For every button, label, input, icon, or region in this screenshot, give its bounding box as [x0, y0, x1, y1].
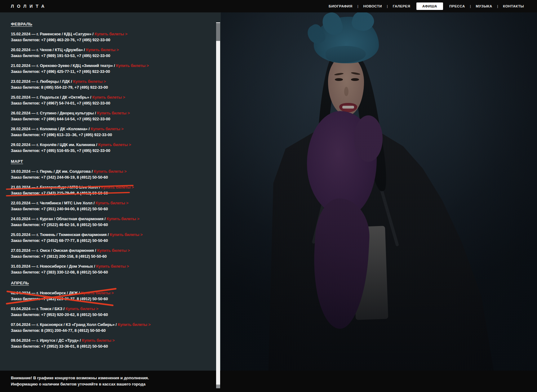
- nav-separator: |: [386, 4, 388, 8]
- concert-entry: 25.02.2024 — г. Подольск / ДК «Октябрь» …: [11, 95, 199, 106]
- notice-line-1: Внимание! В графике концертов возможны и…: [11, 375, 537, 381]
- nav-item-music[interactable]: МУЗЫКА: [472, 3, 497, 10]
- concert-title: 03.04.2024 — г. Томск / БКЗ /: [11, 306, 65, 311]
- scrollbar-thumb[interactable]: [216, 23, 220, 41]
- buy-tickets-link[interactable]: Купить билеты >: [94, 169, 126, 174]
- concert-title: 25.03.2024 — г. Тюмень / Тюменская филар…: [11, 232, 110, 237]
- order-phones: Заказ билетов: +7 (3812) 200-158, 8 (491…: [11, 254, 199, 260]
- nav-item-afisha[interactable]: АФИША: [416, 2, 443, 10]
- buy-tickets-link[interactable]: Купить билеты >: [92, 95, 125, 100]
- buy-tickets-link[interactable]: Купить билеты >: [91, 127, 124, 131]
- buy-tickets-link[interactable]: Купить билеты >: [95, 201, 128, 205]
- concert-entry: 03.04.2024 — г. Томск / БКЗ / Купить бил…: [11, 306, 199, 318]
- scrollbar-bottom-cap[interactable]: [216, 385, 220, 388]
- order-phones: Заказ билетов: +7 (495) 516-65-35, +7 (4…: [11, 148, 199, 154]
- order-phones: Заказ билетов: +7 (3522) 46-62-16, 8 (49…: [11, 222, 199, 228]
- concert-title: 20.02.2024 — г. Чехов / КТЦ «Дружба» /: [11, 47, 86, 52]
- photo-dark-overlay: [221, 12, 537, 371]
- concert-entry: 29.02.2024 — г. Королёв / ЦДК им. Калини…: [11, 142, 199, 154]
- buy-tickets-link[interactable]: Купить билеты >: [110, 232, 143, 237]
- buy-tickets-link[interactable]: Купить билеты >: [116, 63, 149, 68]
- concert-title: 09.04.2024 — г. Иркутск / ДС «Труд» /: [11, 338, 82, 343]
- concert-entry: 26.02.2024 — г. Ступино / Дворец культур…: [11, 110, 199, 122]
- concert-entry: 02.04.2024 — г. Новосибирск / ДКЖ / Купи…: [11, 290, 199, 302]
- nav-item-contacts[interactable]: КОНТАКТЫ: [499, 3, 528, 10]
- nav-item-gallery[interactable]: ГАЛЕРЕЯ: [388, 3, 415, 10]
- concert-title: 29.02.2024 — г. Королёв / ЦДК им. Калини…: [11, 142, 98, 147]
- order-phones: Заказ билетов: +7 (342) 244-06-19, 8 (49…: [11, 175, 199, 180]
- artist-photo: [221, 12, 537, 371]
- buy-tickets-link[interactable]: Купить билеты >: [118, 322, 151, 327]
- order-phones: Заказ билетов: +7 (3452) 68-77-77, 8 (49…: [11, 238, 199, 244]
- concert-entry: 19.03.2024 — г. Пермь / ДК им. Солдатова…: [11, 169, 199, 180]
- concert-title: 27.03.2024 — г. Омск / Омская филармония…: [11, 248, 97, 253]
- order-phones: Заказ билетов: +7 (496) 463-20-76, +7 (4…: [11, 37, 199, 43]
- concert-title: 26.02.2024 — г. Ступино / Дворец культур…: [11, 111, 97, 115]
- concert-title: 25.02.2024 — г. Подольск / ДК «Октябрь» …: [11, 95, 92, 100]
- order-phones: Заказ билетов: +7 (989) 191-53-53, +7 (4…: [11, 53, 199, 59]
- concert-entry: 09.04.2024 — г. Иркутск / ДС «Труд» / Ку…: [11, 338, 199, 349]
- concert-title: 21.02.2024 — г. Орехово-Зуево / КДЦ «Зим…: [11, 63, 116, 68]
- nav-separator: |: [469, 4, 472, 8]
- nav-item-biography[interactable]: БИОГРАФИЯ: [324, 3, 357, 10]
- order-phones: Заказ билетов: +7 (496) 613–33–36, +7 (4…: [11, 132, 199, 138]
- concert-entry: 20.02.2024 — г. Чехов / КТЦ «Дружба» / К…: [11, 47, 199, 59]
- buy-tickets-link[interactable]: Купить билеты >: [65, 306, 98, 311]
- order-phones: Заказ билетов: +7 (953) 920-20-62, 8 (49…: [11, 312, 199, 318]
- header: ЛОЛИТА БИОГРАФИЯ|НОВОСТИ|ГАЛЕРЕЯАФИШАПРЕ…: [0, 0, 537, 12]
- concert-title: 28.02.2024 — г. Коломна / ДК «Коломна» /: [11, 127, 91, 131]
- concert-title: 19.03.2024 — г. Пермь / ДК им. Солдатова…: [11, 169, 94, 174]
- concert-entry: 24.03.2024 — г. Курган / Областная филар…: [11, 216, 199, 228]
- buy-tickets-link[interactable]: Купить билеты >: [82, 338, 115, 343]
- schedule-scrollbar[interactable]: [216, 22, 220, 388]
- order-phones: Заказ билетов: 8 (495) 554-22-79, +7 (49…: [11, 85, 199, 91]
- page: ЛОЛИТА БИОГРАФИЯ|НОВОСТИ|ГАЛЕРЕЯАФИШАПРЕ…: [0, 0, 537, 392]
- concert-title: 23.02.2024 — г. Люберцы / ЛДК /: [11, 79, 73, 84]
- buy-tickets-link[interactable]: Купить билеты >: [97, 248, 130, 253]
- nav-separator: |: [357, 4, 359, 8]
- buy-tickets-link[interactable]: Купить билеты >: [98, 142, 131, 147]
- concert-title: 15.02.2024 — г. Раменское / КДЦ «Сатурн»…: [11, 32, 95, 36]
- order-phones: Заказ билетов: +7 (351) 240-94-00, 8 (49…: [11, 206, 199, 212]
- concert-entry: 22.03.2024 — г. Челябинск / МТС Live Хол…: [11, 200, 199, 212]
- month-heading: ФЕВРАЛЬ: [11, 22, 199, 26]
- buy-tickets-link[interactable]: Купить билеты >: [97, 111, 130, 115]
- buy-tickets-link[interactable]: Купить билеты >: [73, 79, 106, 84]
- site-logo: ЛОЛИТА: [11, 4, 47, 9]
- concert-entry: 15.02.2024 — г. Раменское / КДЦ «Сатурн»…: [11, 31, 199, 43]
- order-phones: Заказ билетов: +7 (4967) 54-74-01, +7 (4…: [11, 100, 199, 106]
- concert-entry: 23.02.2024 — г. Люберцы / ЛДК / Купить б…: [11, 79, 199, 90]
- order-phones: Заказ билетов: +7 (496) 425-77-11, +7 (4…: [11, 69, 199, 75]
- schedule-list: ФЕВРАЛЬ15.02.2024 — г. Раменское / КДЦ «…: [0, 12, 221, 371]
- notice-line-2: Информацию о наличии билетов уточняйте в…: [11, 381, 537, 387]
- concert-title: 24.03.2024 — г. Курган / Областная филар…: [11, 216, 107, 221]
- concert-entry: 21.03.2024 — г. Екатеринбург / МТС Live …: [11, 185, 199, 196]
- concert-entry: 25.03.2024 — г. Тюмень / Тюменская филар…: [11, 232, 199, 243]
- concert-entry: 28.02.2024 — г. Коломна / ДК «Коломна» /…: [11, 126, 199, 138]
- nav-separator: |: [496, 4, 499, 8]
- buy-tickets-link[interactable]: Купить билеты >: [86, 47, 119, 52]
- concert-title: 22.03.2024 — г. Челябинск / МТС Live Хол…: [11, 201, 95, 205]
- footer-notice: Внимание! В графике концертов возможны и…: [0, 371, 537, 392]
- order-phones: Заказ билетов: +7 (3952) 33-36-01, 8 (49…: [11, 344, 199, 350]
- month-heading: МАРТ: [11, 159, 199, 164]
- order-phones: Заказ билетов: +7 (496) 644-14-54, +7 (4…: [11, 116, 199, 122]
- concert-entry: 21.02.2024 — г. Орехово-Зуево / КДЦ «Зим…: [11, 63, 199, 74]
- buy-tickets-link[interactable]: Купить билеты >: [95, 32, 127, 36]
- order-phones: Заказ билетов: 8 (391) 200-44-77, 8 (491…: [11, 328, 199, 334]
- concert-title: 31.03.2024 — г. Новосибирск / Дом Ученых…: [11, 264, 96, 269]
- nav-item-news[interactable]: НОВОСТИ: [359, 3, 386, 10]
- concert-entry: 27.03.2024 — г. Омск / Омская филармония…: [11, 248, 199, 259]
- concert-entry: 31.03.2024 — г. Новосибирск / Дом Ученых…: [11, 264, 199, 275]
- main-nav: БИОГРАФИЯ|НОВОСТИ|ГАЛЕРЕЯАФИШАПРЕССА|МУЗ…: [324, 2, 528, 10]
- month-heading: АПРЕЛЬ: [11, 281, 199, 285]
- order-phones: Заказ билетов: +7 (383) 330-12-08, 8 (49…: [11, 270, 199, 275]
- concert-entry: 07.04.2024 — г. Красноярск / КЗ «Гранд Х…: [11, 322, 199, 333]
- concert-title: 07.04.2024 — г. Красноярск / КЗ «Гранд Х…: [11, 322, 118, 327]
- buy-tickets-link[interactable]: Купить билеты >: [107, 216, 140, 221]
- nav-item-press[interactable]: ПРЕССА: [445, 3, 469, 10]
- buy-tickets-link[interactable]: Купить билеты >: [96, 264, 129, 269]
